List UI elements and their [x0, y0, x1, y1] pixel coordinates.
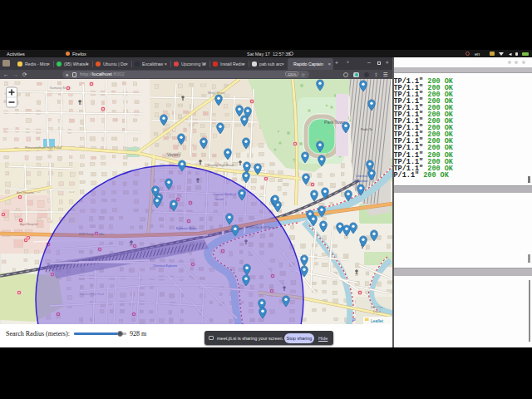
svg-text:MTC Cen: MTC Cen	[371, 306, 383, 309]
svg-text:Amil Hospital: Amil Hospital	[17, 191, 34, 195]
svg-text:Vepery: Vepery	[167, 152, 181, 157]
svg-text:Mitral Street: Mitral Street	[208, 91, 225, 95]
svg-text:Purasawalkam High Road: Purasawalkam High Road	[25, 146, 62, 150]
svg-text:Chennai: Chennai	[356, 175, 367, 178]
svg-text:Park Town: Park Town	[324, 120, 345, 125]
svg-text:Vepery High Road: Vepery High Road	[208, 164, 234, 167]
svg-text:Suburban: Suburban	[354, 180, 367, 183]
svg-text:Leaflet: Leaflet	[371, 318, 384, 323]
svg-text:Depot: Depot	[373, 310, 381, 313]
svg-text:Park To: Park To	[361, 127, 373, 131]
svg-text:Agni Hospital: Agni Hospital	[20, 223, 37, 226]
